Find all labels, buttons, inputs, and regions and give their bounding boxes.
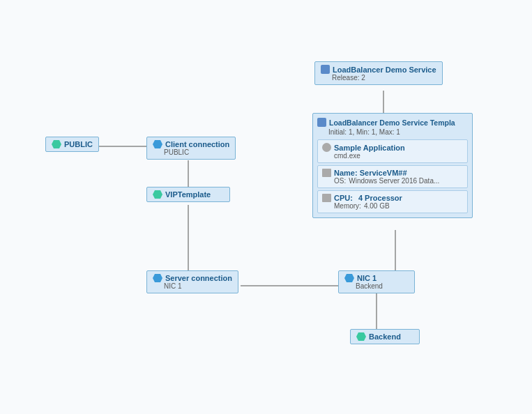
diagram-canvas: LoadBalancer Demo Service Release: 2 PUB… [0, 0, 532, 414]
vm-os-value: Windows Server 2016 Data... [349, 177, 439, 185]
public-icon [52, 140, 61, 148]
client-connection-sub: PUBLIC [153, 148, 229, 156]
lb-icon [321, 65, 330, 74]
lb-template-icon [317, 118, 326, 127]
vm-name-row: Name: ServiceVM## [322, 169, 463, 177]
client-connection-node[interactable]: Client connection PUBLIC [146, 137, 236, 160]
svg-marker-11 [344, 274, 354, 282]
app-title-row: Sample Application [322, 143, 463, 152]
lb-template-node[interactable]: LoadBalancer Demo Service Templa Initial… [312, 113, 473, 218]
app-icon [322, 143, 331, 152]
vip-icon [153, 190, 162, 199]
svg-marker-8 [153, 140, 162, 148]
client-connection-title: Client connection [153, 140, 229, 148]
loadbalancer-sub: Release: 2 [321, 74, 436, 82]
svg-marker-12 [356, 332, 366, 341]
server-connection-sub: NIC 1 [153, 282, 232, 290]
loadbalancer-title: LoadBalancer Demo Service [321, 65, 436, 74]
vm-os-row: OS: Windows Server 2016 Data... [322, 177, 463, 185]
nic1-node[interactable]: NIC 1 Backend [338, 270, 415, 293]
vip-template-node[interactable]: VIPTemplate [146, 187, 230, 202]
template-sub1: Initial: 1, Min: 1, Max: 1 [317, 128, 468, 136]
cpu-section: CPU: 4 Processor Memory: 4.00 GB [317, 190, 468, 213]
client-icon [153, 140, 162, 148]
nic1-icon [344, 274, 354, 282]
app-sub: cmd.exe [322, 152, 463, 160]
vm-icon [322, 169, 331, 177]
cpu-icon [322, 194, 331, 202]
backend-node[interactable]: Backend [350, 329, 420, 344]
backend-title: Backend [356, 332, 413, 341]
memory-row: Memory: 4.00 GB [322, 202, 463, 210]
app-section: Sample Application cmd.exe [317, 139, 468, 163]
memory-label: Memory: [334, 202, 361, 210]
svg-marker-7 [52, 140, 61, 148]
vip-template-title: VIPTemplate [153, 190, 224, 199]
public-title: PUBLIC [52, 140, 93, 148]
cpu-row: CPU: 4 Processor [322, 194, 463, 202]
nic1-sub: Backend [344, 282, 409, 290]
svg-marker-9 [153, 190, 162, 199]
svg-marker-10 [153, 274, 162, 282]
loadbalancer-node[interactable]: LoadBalancer Demo Service Release: 2 [314, 61, 443, 85]
backend-icon [356, 332, 366, 341]
nic1-title: NIC 1 [344, 274, 409, 282]
vm-os-label: OS: [334, 177, 346, 185]
vm-section: Name: ServiceVM## OS: Windows Server 201… [317, 165, 468, 188]
lb-template-title: LoadBalancer Demo Service Templa [317, 118, 468, 127]
memory-value: 4.00 GB [364, 202, 390, 210]
cpu-value: 4 Processor [358, 194, 402, 202]
public-node[interactable]: PUBLIC [45, 137, 99, 152]
server-connection-node[interactable]: Server connection NIC 1 [146, 270, 238, 293]
server-connection-title: Server connection [153, 274, 232, 282]
server-icon [153, 274, 162, 282]
